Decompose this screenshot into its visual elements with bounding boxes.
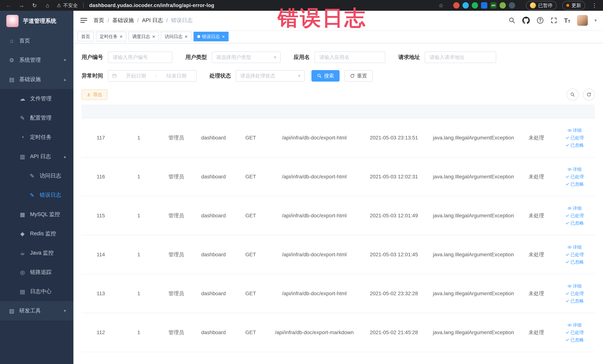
cloud-file-icon: ☁: [18, 95, 27, 102]
cell-method: GET: [232, 274, 269, 313]
user-id-input[interactable]: [108, 52, 172, 63]
reload-icon[interactable]: ↻: [31, 2, 38, 9]
detail-link[interactable]: 详细: [568, 127, 582, 133]
back-icon[interactable]: ←: [5, 2, 12, 9]
mark-ignored-link[interactable]: 已忽略: [565, 181, 584, 187]
close-icon[interactable]: ×: [152, 34, 155, 39]
sidebar-item[interactable]: ☁ 文件管理: [0, 89, 73, 108]
cell-exception-time: 2021-05-03 12:01:49: [359, 196, 429, 235]
paused-label: 已暂停: [538, 2, 553, 9]
sidebar-item[interactable]: ▤ 日志中心: [0, 282, 73, 301]
mark-processed-link[interactable]: 已处理: [565, 329, 584, 335]
paused-badge[interactable]: 已暂停: [526, 1, 557, 10]
end-date[interactable]: 结束日期: [161, 72, 193, 79]
cell-exception-name: java.lang.IllegalArgumentException: [429, 157, 519, 196]
sidebar-item[interactable]: ▦ MySQL 监控: [0, 205, 73, 224]
extension-icon[interactable]: [463, 2, 469, 9]
detail-link[interactable]: 详细: [568, 322, 582, 328]
extension-icon[interactable]: [472, 2, 478, 9]
fullscreen-icon[interactable]: [550, 17, 557, 24]
mark-ignored-link[interactable]: 已忽略: [565, 298, 584, 304]
cell-exception-name: java.lang.IllegalArgumentException: [429, 118, 519, 157]
user-avatar[interactable]: [577, 15, 588, 26]
page-tab[interactable]: 访问日志 ×: [161, 32, 191, 41]
detail-link[interactable]: 详细: [568, 244, 582, 250]
reset-button[interactable]: 重置: [344, 70, 372, 82]
sidebar-item[interactable]: ▥ API 日志 ▴: [0, 147, 73, 166]
extension-icon[interactable]: on: [490, 2, 497, 9]
extension-icon[interactable]: [499, 2, 506, 9]
sidebar-item[interactable]: ▤ 基础设施 ▴: [0, 70, 73, 89]
mark-ignored-link[interactable]: 已忽略: [565, 142, 584, 148]
cell-exception-name: java.lang.IllegalArgumentException: [429, 313, 519, 352]
cell-request-url: /api/infra/db-doc/export-html: [269, 274, 359, 313]
table-header-cell: [429, 105, 519, 118]
page-tab[interactable]: 首页 ×: [78, 32, 94, 41]
extension-icon[interactable]: [453, 2, 460, 9]
browser-menu-icon[interactable]: ⋮: [591, 2, 598, 9]
export-button[interactable]: 导出: [81, 89, 107, 100]
breadcrumb-item[interactable]: 首页 /: [93, 17, 112, 24]
search-button[interactable]: 搜索: [312, 70, 340, 82]
request-url-input[interactable]: [425, 52, 496, 63]
page-tab[interactable]: 错误日志 ×: [194, 32, 229, 41]
extension-badge-text: on: [492, 3, 496, 7]
font-size-icon[interactable]: TT: [564, 17, 570, 23]
date-range-picker[interactable]: 开始日期 - 结束日期: [108, 70, 197, 82]
extension-icon[interactable]: [509, 2, 515, 9]
browser-home-icon[interactable]: ⌂: [44, 2, 51, 9]
mark-processed-link[interactable]: 已处理: [565, 213, 584, 219]
user-type-select[interactable]: 请选择用户类型 ▾: [212, 52, 281, 63]
sidebar-item[interactable]: ✎ 错误日志: [0, 186, 73, 205]
sidebar-item[interactable]: ◎ 链路追踪: [0, 263, 73, 282]
breadcrumb-item[interactable]: 基础设施 /: [112, 17, 142, 24]
page-tab[interactable]: 定时任务 ×: [96, 32, 126, 41]
hamburger-icon[interactable]: [80, 16, 88, 24]
security-indicator[interactable]: ⚠ 不安全: [57, 2, 78, 9]
logo[interactable]: 芋道管理系统: [0, 11, 73, 31]
process-status-select[interactable]: 请选择处理状态 ▾: [236, 70, 305, 82]
cell-log-id: 117: [81, 118, 120, 157]
mark-ignored-link[interactable]: 已忽略: [565, 220, 584, 226]
sidebar-item[interactable]: ✎ 访问日志: [0, 166, 73, 186]
mark-ignored-link[interactable]: 已忽略: [565, 337, 584, 343]
close-icon[interactable]: ×: [222, 34, 225, 39]
mark-processed-link[interactable]: 已处理: [565, 174, 584, 180]
detail-link[interactable]: 详细: [568, 283, 582, 289]
mark-processed-link[interactable]: 已处理: [565, 135, 584, 141]
detail-link[interactable]: 详细: [568, 205, 582, 211]
github-icon[interactable]: [522, 16, 530, 24]
mark-processed-link[interactable]: 已处理: [565, 252, 584, 258]
search-icon[interactable]: [509, 17, 515, 24]
sidebar-item[interactable]: ◔ 定时任务: [0, 128, 73, 147]
forward-icon[interactable]: →: [18, 2, 25, 9]
url-bar[interactable]: dashboard.yudao.iocoder.cn/infra/log/api…: [89, 3, 214, 8]
sidebar-item[interactable]: ☕ Java 监控: [0, 243, 73, 263]
sidebar-item[interactable]: ✎ 配置管理: [0, 108, 73, 128]
extension-icon[interactable]: [481, 2, 487, 9]
breadcrumb: 首页 / 基础设施 / API 日志 / 错误日志 /: [93, 17, 196, 24]
top-navbar: 首页 / 基础设施 / API 日志 / 错误日志 /: [73, 11, 603, 30]
sidebar-item[interactable]: ▨ 研发工具 ▾: [0, 301, 73, 320]
start-date[interactable]: 开始日期: [120, 72, 152, 79]
update-button[interactable]: 更新: [562, 1, 585, 10]
breadcrumb-item[interactable]: API 日志 /: [142, 17, 171, 24]
breadcrumb-item[interactable]: 错误日志 /: [171, 17, 196, 24]
sidebar-item[interactable]: ◆ Redis 监控: [0, 224, 73, 243]
bookmark-star-icon[interactable]: ☆: [437, 2, 445, 9]
cell-request-url: /api/infra/db-doc/export-markdown: [269, 313, 359, 352]
sidebar-item[interactable]: ⚙ 系统管理 ▾: [0, 50, 73, 70]
help-icon[interactable]: [537, 17, 544, 24]
avatar-caret-icon[interactable]: ▾: [594, 18, 597, 23]
close-icon[interactable]: ×: [185, 34, 187, 39]
app-name-input[interactable]: [314, 52, 385, 63]
close-icon[interactable]: ×: [120, 34, 123, 39]
mark-ignored-link[interactable]: 已忽略: [565, 259, 584, 265]
mark-processed-link[interactable]: 已处理: [565, 291, 584, 296]
detail-link[interactable]: 详细: [568, 166, 582, 172]
toggle-search-button[interactable]: [567, 89, 579, 101]
page-tab[interactable]: 调度日志 ×: [128, 32, 159, 41]
refresh-table-button[interactable]: [583, 89, 595, 101]
cell-app-name: dashboard: [195, 118, 232, 157]
sidebar-item[interactable]: ⌂ 首页: [0, 31, 73, 50]
